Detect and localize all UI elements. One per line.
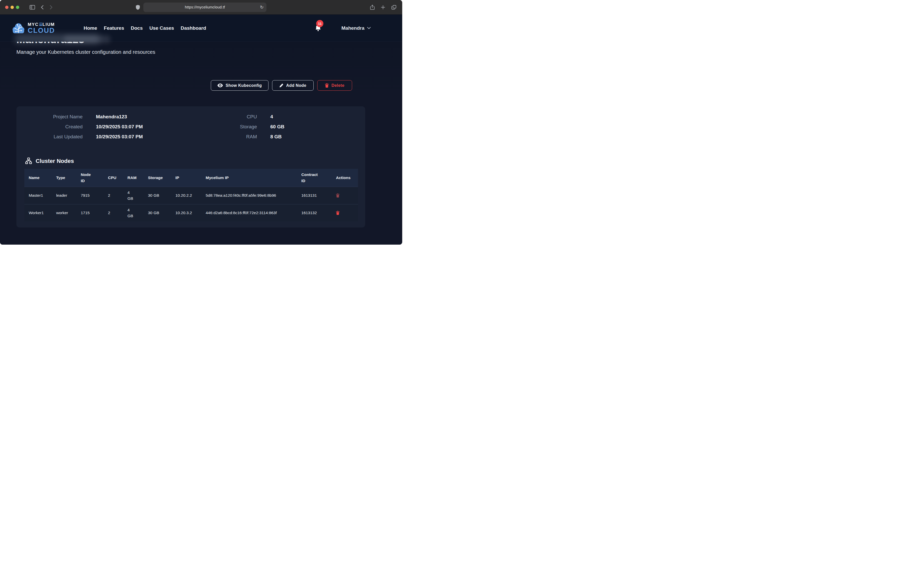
zoom-window-button[interactable]	[16, 6, 19, 9]
shield-icon[interactable]	[136, 4, 140, 10]
browser-window: https://myceliumcloud.tf ↻	[0, 0, 402, 245]
reload-icon[interactable]: ↻	[260, 4, 264, 10]
table-row: Worker1 worker 1715 2 4 GB 30 GB 10.20.3…	[24, 204, 358, 221]
pencil-icon	[279, 83, 284, 88]
project-details-right: CPU 4 Storage 60 GB RAM 8 GB	[196, 114, 284, 140]
cpu-label: CPU	[196, 114, 257, 120]
traffic-lights	[5, 6, 19, 9]
storage-value: 60 GB	[270, 124, 284, 130]
nav-item-use-cases[interactable]: Use Cases	[149, 25, 174, 31]
show-kubeconfig-label: Show Kubeconfig	[226, 83, 262, 88]
detail-row: Storage 60 GB	[196, 124, 284, 130]
project-name-label: Project Name	[21, 114, 82, 120]
col-storage: Storage	[144, 169, 171, 187]
col-actions: Actions	[332, 169, 358, 187]
col-ram: RAM	[123, 169, 144, 187]
cluster-nodes-heading: Cluster Nodes	[25, 157, 74, 164]
nav-item-features[interactable]: Features	[104, 25, 124, 31]
cluster-nodes-title: Cluster Nodes	[36, 158, 74, 164]
cell-contract-id: 1613132	[297, 204, 332, 221]
project-details-left: Project Name Mahendra123 Created 10/29/2…	[21, 114, 143, 140]
nav-item-home[interactable]: Home	[84, 25, 97, 31]
share-icon[interactable]	[370, 4, 375, 10]
logo-text: MYCLIUM CLOUD	[28, 22, 55, 34]
project-name-value: Mahendra123	[96, 114, 127, 120]
cluster-nodes-table: Name Type Node ID CPU RAM Storage IP Myc…	[24, 169, 358, 221]
add-node-button[interactable]: Add Node	[272, 80, 314, 91]
delete-node-button[interactable]	[336, 211, 339, 215]
url-text: https://myceliumcloud.tf	[185, 5, 225, 9]
detail-row: CPU 4	[196, 114, 284, 120]
col-mycelium-ip: Mycelium IP	[201, 169, 297, 187]
logo-text-cloud: CLOUD	[28, 27, 55, 34]
cell-storage: 30 GB	[144, 187, 171, 205]
storage-label: Storage	[196, 124, 257, 130]
detail-row: RAM 8 GB	[196, 134, 284, 140]
cell-contract-id: 1613131	[297, 187, 332, 205]
table-row: Master1 leader 7915 2 4 GB 30 GB 10.20.2…	[24, 187, 358, 205]
cell-cpu: 2	[104, 204, 123, 221]
cell-actions	[332, 204, 358, 221]
col-contract-id: Contract ID	[297, 169, 332, 187]
ram-value: 8 GB	[270, 134, 282, 140]
show-kubeconfig-button[interactable]: Show Kubeconfig	[211, 80, 268, 91]
cluster-actions: Show Kubeconfig Add Node Delete	[211, 80, 352, 91]
nav-item-dashboard[interactable]: Dashboard	[181, 25, 206, 31]
created-label: Created	[21, 124, 82, 130]
add-node-label: Add Node	[286, 83, 306, 88]
cell-cpu: 2	[104, 187, 123, 205]
cell-type: worker	[52, 204, 76, 221]
cell-mycelium-ip: 446:d2a6:8bcd:8c16:ff0f:72e2:3114:863f	[201, 204, 297, 221]
delete-label: Delete	[332, 83, 344, 88]
notifications-button[interactable]: 11	[315, 25, 321, 31]
cell-name: Worker1	[24, 204, 52, 221]
logo-e-stylized-icon	[39, 23, 42, 26]
col-node-id: Node ID	[76, 169, 104, 187]
browser-titlebar: https://myceliumcloud.tf ↻	[0, 0, 402, 15]
created-value: 10/29/2025 03:07 PM	[96, 124, 143, 130]
address-bar[interactable]: https://myceliumcloud.tf ↻	[143, 3, 267, 12]
logo-tree-icon	[12, 22, 25, 34]
sidebar-icon[interactable]	[30, 5, 35, 10]
cell-ram: 4 GB	[123, 204, 144, 221]
eye-icon	[218, 84, 223, 87]
cell-storage: 30 GB	[144, 204, 171, 221]
trash-icon	[325, 83, 329, 88]
notification-badge: 11	[316, 20, 323, 27]
cell-ram: 4 GB	[123, 187, 144, 205]
new-tab-icon[interactable]	[381, 5, 386, 10]
logo-text-lium: LIUM	[43, 22, 55, 27]
user-menu[interactable]: Mahendra	[341, 25, 371, 31]
project-details-card: Project Name Mahendra123 Created 10/29/2…	[16, 106, 365, 227]
site-navbar: MYCLIUM CLOUD Home Features Docs Use Cas…	[0, 15, 402, 42]
cell-type: leader	[52, 187, 76, 205]
table-header-row: Name Type Node ID CPU RAM Storage IP Myc…	[24, 169, 358, 187]
col-cpu: CPU	[104, 169, 123, 187]
detail-row: Project Name Mahendra123	[21, 114, 143, 120]
logo[interactable]: MYCLIUM CLOUD	[12, 22, 55, 34]
close-window-button[interactable]	[5, 6, 9, 9]
cell-mycelium-ip: 5d8:78ea:a120:f40c:ff0f:a5fe:99e6:8b96	[201, 187, 297, 205]
last-updated-value: 10/29/2025 03:07 PM	[96, 134, 143, 140]
last-updated-label: Last Updated	[21, 134, 82, 140]
minimize-window-button[interactable]	[10, 6, 14, 9]
cell-ip: 10.20.3.2	[171, 204, 201, 221]
cell-ip: 10.20.2.2	[171, 187, 201, 205]
detail-row: Created 10/29/2025 03:07 PM	[21, 124, 143, 130]
cluster-nodes-icon	[25, 157, 32, 164]
detail-row: Last Updated 10/29/2025 03:07 PM	[21, 134, 143, 140]
col-type: Type	[52, 169, 76, 187]
col-ip: IP	[171, 169, 201, 187]
delete-cluster-button[interactable]: Delete	[317, 80, 352, 91]
nav-item-docs[interactable]: Docs	[131, 25, 142, 31]
ram-label: RAM	[196, 134, 257, 140]
cpu-value: 4	[270, 114, 273, 120]
tabs-overview-icon[interactable]	[392, 5, 396, 10]
forward-icon[interactable]	[50, 5, 52, 10]
delete-node-button[interactable]	[336, 193, 339, 197]
logo-text-myc: MYC	[28, 22, 39, 27]
cell-node-id: 1715	[76, 204, 104, 221]
back-icon[interactable]	[41, 5, 44, 10]
cell-name: Master1	[24, 187, 52, 205]
page-subtitle: Manage your Kubernetes cluster configura…	[16, 49, 155, 55]
